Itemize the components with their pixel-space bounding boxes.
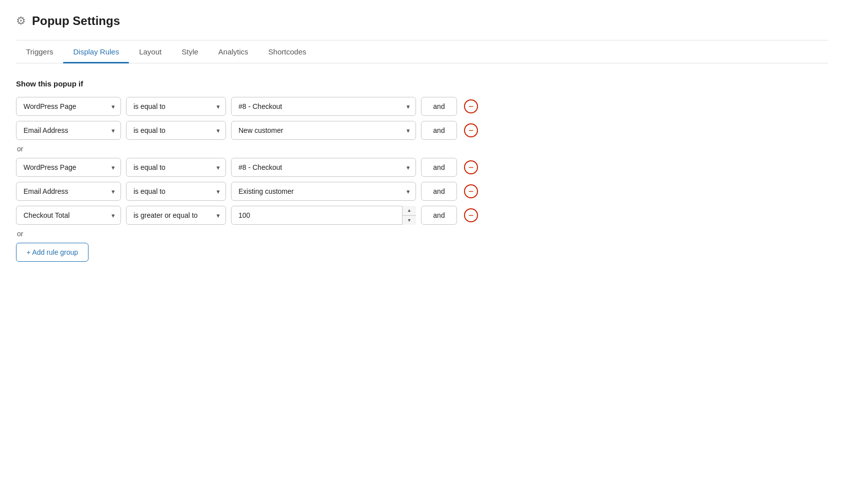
condition-wrapper-3: WordPress Page Email Address Checkout To… <box>16 158 121 177</box>
and-button-2[interactable]: and <box>421 121 457 140</box>
value-select-1[interactable]: #8 - Checkout #1 - Home <box>231 97 416 116</box>
operator-select-3[interactable]: is equal to is not equal to <box>126 158 226 177</box>
value-wrapper-2: New customer Existing customer ▾ <box>231 121 416 140</box>
gear-icon: ⚙ <box>16 14 26 27</box>
operator-wrapper-5: is greater or equal to is equal to is gr… <box>126 206 226 225</box>
tab-display-rules[interactable]: Display Rules <box>63 40 129 63</box>
tabs-nav: Triggers Display Rules Layout Style Anal… <box>16 40 828 63</box>
spinner-up-5[interactable]: ▲ <box>402 206 416 216</box>
and-button-1[interactable]: and <box>421 97 457 116</box>
tab-analytics[interactable]: Analytics <box>208 40 258 63</box>
condition-wrapper-2: Email Address WordPress Page Checkout To… <box>16 121 121 140</box>
value-wrapper-4: Existing customer New customer ▾ <box>231 182 416 201</box>
condition-wrapper-5: Checkout Total WordPress Page Email Addr… <box>16 206 121 225</box>
tab-shortcodes[interactable]: Shortcodes <box>258 40 316 63</box>
rule-group-1: WordPress Page Email Address Checkout To… <box>16 97 828 140</box>
and-button-5[interactable]: and <box>421 206 457 225</box>
tab-style[interactable]: Style <box>172 40 208 63</box>
value-select-2[interactable]: New customer Existing customer <box>231 121 416 140</box>
section-label: Show this popup if <box>16 79 828 88</box>
and-button-3[interactable]: and <box>421 158 457 177</box>
tab-triggers[interactable]: Triggers <box>16 40 63 63</box>
spinner-down-5[interactable]: ▼ <box>402 216 416 225</box>
condition-select-4[interactable]: Email Address WordPress Page Checkout To… <box>16 182 121 201</box>
operator-select-2[interactable]: is equal to is not equal to <box>126 121 226 140</box>
tab-layout[interactable]: Layout <box>129 40 172 63</box>
rule-row-1: WordPress Page Email Address Checkout To… <box>16 97 828 116</box>
condition-select-1[interactable]: WordPress Page Email Address Checkout To… <box>16 97 121 116</box>
remove-button-1[interactable]: − <box>462 97 480 115</box>
remove-button-2[interactable]: − <box>462 121 480 139</box>
operator-wrapper-2: is equal to is not equal to ▾ <box>126 121 226 140</box>
minus-icon-5: − <box>464 208 478 222</box>
operator-wrapper-1: is equal to is not equal to contains ▾ <box>126 97 226 116</box>
operator-select-1[interactable]: is equal to is not equal to contains <box>126 97 226 116</box>
minus-icon-1: − <box>464 99 478 113</box>
operator-wrapper-4: is equal to is not equal to ▾ <box>126 182 226 201</box>
operator-select-5[interactable]: is greater or equal to is equal to is gr… <box>126 206 226 225</box>
rule-row-3: WordPress Page Email Address Checkout To… <box>16 158 828 177</box>
rule-group-2: WordPress Page Email Address Checkout To… <box>16 158 828 225</box>
page-wrapper: ⚙ Popup Settings Triggers Display Rules … <box>0 0 844 504</box>
rule-groups: WordPress Page Email Address Checkout To… <box>16 97 828 262</box>
operator-wrapper-3: is equal to is not equal to ▾ <box>126 158 226 177</box>
condition-wrapper-4: Email Address WordPress Page Checkout To… <box>16 182 121 201</box>
page-header: ⚙ Popup Settings <box>16 14 828 28</box>
operator-select-4[interactable]: is equal to is not equal to <box>126 182 226 201</box>
value-number-wrapper-5: ▲ ▼ <box>231 206 416 225</box>
rule-row-2: Email Address WordPress Page Checkout To… <box>16 121 828 140</box>
remove-button-4[interactable]: − <box>462 182 480 200</box>
rule-row-5: Checkout Total WordPress Page Email Addr… <box>16 206 828 225</box>
value-wrapper-1: #8 - Checkout #1 - Home ▾ <box>231 97 416 116</box>
number-spinners-5: ▲ ▼ <box>402 206 416 225</box>
minus-icon-4: − <box>464 184 478 198</box>
condition-select-5[interactable]: Checkout Total WordPress Page Email Addr… <box>16 206 121 225</box>
condition-select-3[interactable]: WordPress Page Email Address Checkout To… <box>16 158 121 177</box>
minus-icon-3: − <box>464 160 478 174</box>
page-title: Popup Settings <box>32 14 120 28</box>
condition-wrapper-1: WordPress Page Email Address Checkout To… <box>16 97 121 116</box>
or-label-2: or <box>16 230 828 238</box>
or-label-1: or <box>16 145 828 153</box>
rule-row-4: Email Address WordPress Page Checkout To… <box>16 182 828 201</box>
value-select-4[interactable]: Existing customer New customer <box>231 182 416 201</box>
value-wrapper-3: #8 - Checkout #1 - Home ▾ <box>231 158 416 177</box>
value-number-input-5[interactable] <box>231 206 416 225</box>
add-rule-group-button[interactable]: + Add rule group <box>16 243 88 262</box>
condition-select-2[interactable]: Email Address WordPress Page Checkout To… <box>16 121 121 140</box>
remove-button-5[interactable]: − <box>462 206 480 224</box>
and-button-4[interactable]: and <box>421 182 457 201</box>
value-select-3[interactable]: #8 - Checkout #1 - Home <box>231 158 416 177</box>
minus-icon-2: − <box>464 123 478 137</box>
remove-button-3[interactable]: − <box>462 158 480 176</box>
